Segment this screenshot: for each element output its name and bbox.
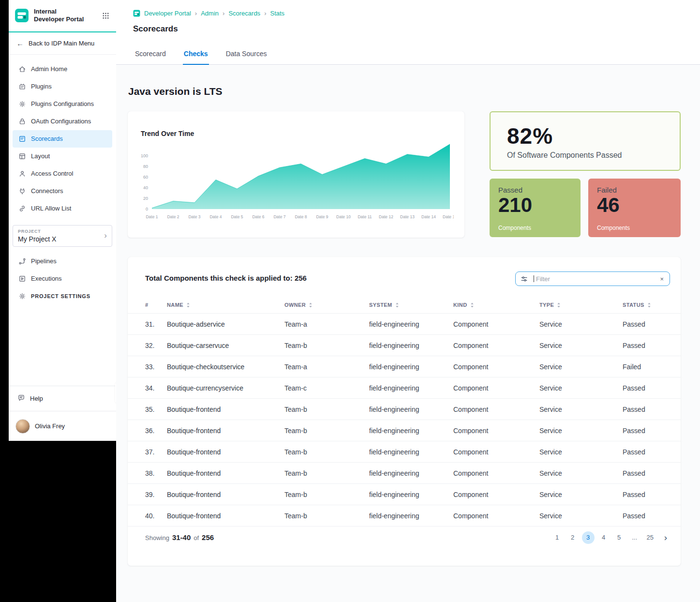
- svg-text:Date 5: Date 5: [231, 214, 243, 219]
- tab-checks[interactable]: Checks: [183, 50, 209, 65]
- app-title-line2: Developer Portal: [34, 15, 97, 23]
- column-header-type[interactable]: TYPE: [539, 302, 623, 308]
- help-label: Help: [30, 395, 43, 402]
- page-2[interactable]: 2: [566, 531, 579, 544]
- filter-input[interactable]: [534, 275, 660, 283]
- page-4[interactable]: 4: [597, 531, 610, 544]
- status-cell: Failed: [623, 363, 671, 371]
- showing-word: Showing: [145, 534, 169, 542]
- project-selector[interactable]: PROJECT My Project X ›: [13, 225, 112, 247]
- page-5[interactable]: 5: [613, 531, 626, 544]
- sidebar-item-connectors[interactable]: Connectors: [13, 182, 112, 200]
- failed-count: 46: [597, 195, 672, 216]
- sort-icon: [186, 302, 190, 308]
- app-logo-icon: [15, 8, 29, 23]
- passed-caption: Components: [498, 225, 572, 231]
- svg-text:Date 8: Date 8: [295, 214, 307, 219]
- column-header-owner[interactable]: OWNER: [284, 302, 369, 308]
- table-row[interactable]: 35. Boutique-frontend Team-b field-engin…: [128, 398, 681, 420]
- table-row[interactable]: 39. Boutique-frontend Team-b field-engin…: [128, 483, 681, 505]
- next-page-icon[interactable]: ›: [664, 532, 667, 543]
- link-icon: [18, 205, 26, 212]
- column-header-status[interactable]: STATUS: [623, 302, 671, 308]
- check-title: Java version is LTS: [128, 86, 223, 97]
- status-cell: Passed: [623, 491, 671, 498]
- failed-label: Failed: [597, 186, 672, 194]
- sidebar-item-url-allow-list[interactable]: URL Allow List: [13, 200, 112, 217]
- avatar: [15, 419, 30, 434]
- breadcrumb-item-stats[interactable]: Stats: [270, 10, 284, 17]
- breadcrumb: Developer Portal›Admin›Scorecards›Stats: [133, 10, 284, 17]
- column-header-system[interactable]: SYSTEM: [369, 302, 453, 308]
- table-header-row: # NAME OWNER SYSTEM KIND TYPE STATUS: [128, 297, 681, 313]
- help-item[interactable]: Help: [9, 386, 116, 411]
- sidebar-item-admin-home[interactable]: Admin Home: [13, 60, 112, 78]
- table-row[interactable]: 33. Boutique-checkoutservice Team-a fiel…: [128, 356, 681, 377]
- sidebar-item-executions[interactable]: Executions: [13, 270, 112, 287]
- filter-input-wrapper[interactable]: ×: [515, 271, 670, 286]
- sidebar-item-oauth-configurations[interactable]: OAuth Configurations: [13, 113, 112, 130]
- breadcrumb-item-scorecards[interactable]: Scorecards: [228, 10, 260, 17]
- table-row[interactable]: 40. Boutique-frontend Team-b field-engin…: [128, 505, 681, 526]
- trend-chart-title: Trend Over Time: [128, 111, 464, 137]
- showing-of: of: [194, 534, 199, 542]
- executions-icon: [18, 275, 26, 283]
- svg-text:0: 0: [146, 207, 148, 211]
- breadcrumb-separator: ›: [264, 10, 266, 17]
- project-name: My Project X: [18, 235, 56, 243]
- column-header-kind[interactable]: KIND: [453, 302, 539, 308]
- page-3[interactable]: 3: [582, 531, 595, 544]
- column-header-name[interactable]: NAME: [167, 302, 284, 308]
- page-1[interactable]: 1: [551, 531, 564, 544]
- svg-text:40: 40: [143, 185, 148, 190]
- table-row[interactable]: 38. Boutique-frontend Team-b field-engin…: [128, 462, 681, 483]
- sidebar-item-project-settings[interactable]: PROJECT SETTINGS: [13, 287, 112, 305]
- table-row[interactable]: 31. Boutique-adservice Team-a field-engi…: [128, 313, 681, 334]
- sidebar-header: Internal Developer Portal: [9, 0, 116, 32]
- svg-text:20: 20: [143, 196, 148, 201]
- breadcrumb-item-developer-portal[interactable]: Developer Portal: [144, 10, 191, 17]
- status-cell: Passed: [623, 320, 671, 328]
- chevron-right-icon: ›: [104, 231, 107, 241]
- project-label: PROJECT: [18, 229, 56, 234]
- sort-icon: [557, 302, 561, 308]
- sidebar-item-access-control[interactable]: Access Control: [13, 165, 112, 182]
- breadcrumb-separator: ›: [223, 10, 224, 17]
- sidebar-item-scorecards[interactable]: Scorecards: [13, 130, 112, 148]
- table-row[interactable]: 32. Boutique-carservuce Team-b field-eng…: [128, 334, 681, 356]
- user-profile[interactable]: Olivia Frey: [9, 411, 116, 441]
- tab-data-sources[interactable]: Data Sources: [225, 50, 268, 65]
- sidebar-item-plugins[interactable]: Plugins: [13, 78, 112, 95]
- table-title: Total Components this check is applied t…: [145, 271, 307, 282]
- app: Internal Developer Portal ← Back to IDP …: [0, 0, 700, 602]
- apps-grid-icon[interactable]: [102, 12, 109, 19]
- trend-area-chart: 020406080100Date 1Date 2Date 3Date 4Date…: [128, 141, 464, 228]
- tab-scorecard[interactable]: Scorecard: [134, 50, 167, 65]
- page-title: Scorecards: [133, 24, 178, 34]
- table-row[interactable]: 36. Boutique-frontend Team-b field-engin…: [128, 420, 681, 441]
- status-cell: Passed: [623, 448, 671, 456]
- svg-text:Date 14: Date 14: [421, 214, 436, 219]
- breadcrumb-item-admin[interactable]: Admin: [201, 10, 219, 17]
- tab-bar: ScorecardChecksData Sources: [134, 50, 268, 65]
- table-row[interactable]: 34. Boutique-currencyservice Team-c fiel…: [128, 377, 681, 398]
- back-arrow-icon: ←: [16, 39, 24, 47]
- sidebar-item-plugins-configurations[interactable]: Plugins Configurations: [13, 95, 112, 113]
- pagination: 12345...25›: [551, 531, 667, 544]
- status-cell: Passed: [623, 427, 671, 435]
- sort-icon: [395, 302, 399, 308]
- settings-icon: [18, 292, 26, 300]
- sidebar-secondary-nav: Pipelines Executions PROJECT SETTINGS: [9, 253, 116, 305]
- back-to-main-menu[interactable]: ← Back to IDP Main Menu: [9, 32, 116, 55]
- passed-label: Passed: [498, 186, 572, 194]
- page-header: Developer Portal›Admin›Scorecards›Stats …: [116, 0, 700, 65]
- sidebar-item-pipelines[interactable]: Pipelines: [13, 253, 112, 270]
- sidebar-item-layout[interactable]: Layout: [13, 148, 112, 165]
- showing-summary: Showing 31-40 of 256: [145, 533, 214, 542]
- page-25[interactable]: 25: [644, 531, 656, 544]
- percent-caption: Of Software Components Passed: [507, 151, 680, 160]
- failed-caption: Components: [597, 225, 672, 231]
- clear-filter-icon[interactable]: ×: [660, 276, 664, 282]
- table-row[interactable]: 37. Boutique-frontend Team-b field-engin…: [128, 441, 681, 462]
- svg-text:Date 12: Date 12: [379, 214, 393, 219]
